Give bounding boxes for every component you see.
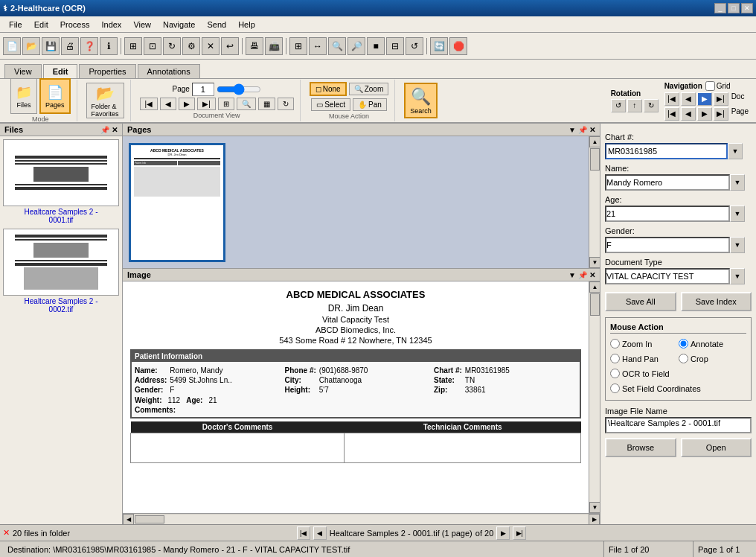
nav-last-doc[interactable]: ▶| <box>714 92 728 106</box>
zoom-out-tb-button[interactable]: 🔎 <box>347 37 365 55</box>
ocr-field-radio-label[interactable]: OCR to Field <box>610 369 746 378</box>
maximize-button[interactable]: □ <box>728 3 740 13</box>
nav-prev-doc[interactable]: ◀ <box>681 92 696 106</box>
tab-view[interactable]: View <box>4 64 42 78</box>
doctype-dropdown-arrow[interactable]: ▼ <box>730 268 745 284</box>
save-all-button[interactable]: Save All <box>605 292 676 311</box>
rotate-right-btn[interactable]: ↻ <box>644 99 659 112</box>
fit-page-button[interactable]: ⊞ <box>289 37 307 55</box>
pager-first[interactable]: |◀ <box>297 526 310 540</box>
zoom-100-button[interactable]: ■ <box>367 37 385 55</box>
menu-index[interactable]: Index <box>95 19 127 31</box>
image-scroll-down[interactable]: ▼ <box>589 502 600 513</box>
open-button[interactable]: 📂 <box>22 37 40 55</box>
first-page-button[interactable]: |◀ <box>140 98 158 110</box>
stop-button[interactable]: 🛑 <box>449 37 467 55</box>
nav-next-doc[interactable]: ▶ <box>697 92 712 106</box>
zoom-slider[interactable] <box>217 84 261 95</box>
list-item[interactable]: Healtcare Samples 2 -0001.tif <box>3 139 119 224</box>
image-pin-icon[interactable]: 📌 <box>578 271 587 279</box>
image-scroll-thumb[interactable] <box>590 293 600 316</box>
zoom-in-radio[interactable] <box>610 339 620 348</box>
open-file-button[interactable]: Open <box>681 438 752 457</box>
select-button[interactable]: ▭ Select <box>311 98 350 111</box>
zoom-fit-button[interactable]: 🔍 <box>237 98 256 110</box>
zoom-in-tb-button[interactable]: 🔍 <box>328 37 346 55</box>
menu-process[interactable]: Process <box>54 19 96 31</box>
annotate-radio[interactable] <box>679 339 688 348</box>
rotate-cw-button[interactable]: ↻ <box>163 37 181 55</box>
none-button[interactable]: ◻ None <box>310 82 347 96</box>
folder-favorites-button[interactable]: 📂Folder &Favorites <box>86 83 124 118</box>
age-field-input[interactable] <box>605 206 730 222</box>
refresh-button[interactable]: 🔄 <box>430 37 448 55</box>
ocr-field-radio[interactable] <box>610 369 620 378</box>
name-field-input[interactable] <box>605 174 730 191</box>
rotate-left-btn[interactable]: ↺ <box>611 99 626 112</box>
nav-first-page[interactable]: |◀ <box>664 107 679 121</box>
last-page-button[interactable]: ▶| <box>197 98 216 110</box>
hscroll-left[interactable]: ◀ <box>123 514 134 525</box>
select-all-button[interactable]: ⊞ <box>124 37 142 55</box>
nav-prev-page[interactable]: ◀ <box>681 107 696 121</box>
close-button[interactable]: ✕ <box>741 3 753 13</box>
menu-send[interactable]: Send <box>201 19 232 31</box>
rotate-view-button[interactable]: ↻ <box>278 98 294 110</box>
print-button[interactable]: 🖶 <box>246 37 263 55</box>
nav-last-page[interactable]: ▶| <box>714 107 728 121</box>
hand-pan-radio[interactable] <box>610 354 620 363</box>
crop-radio-label[interactable]: Crop <box>679 354 746 363</box>
help-tb-button[interactable]: ❓ <box>80 37 98 55</box>
image-dropdown-icon[interactable]: ▼ <box>568 271 576 279</box>
hscroll-thumb[interactable] <box>135 515 164 523</box>
save-button[interactable]: 💾 <box>42 37 60 55</box>
hscroll-right[interactable]: ▶ <box>589 514 600 525</box>
pager-last[interactable]: ▶| <box>513 526 526 540</box>
menu-navigate[interactable]: Navigate <box>157 19 201 31</box>
page-thumbnail[interactable]: ABCD MEDICAL ASSOCIATES DR. Jim Dean Pat… <box>129 143 225 262</box>
list-item[interactable]: Healtcare Samples 2 -0002.tif <box>3 229 119 313</box>
fax-button[interactable]: 📠 <box>265 37 283 55</box>
pages-close-icon[interactable]: ✕ <box>589 126 595 134</box>
rotate-left-button[interactable]: ↺ <box>406 37 423 55</box>
close-doc-button[interactable]: ✕ <box>202 37 220 55</box>
chart-field-input[interactable] <box>605 143 728 159</box>
browse-button[interactable]: Browse <box>605 438 676 457</box>
nav-first-doc[interactable]: |◀ <box>664 92 679 106</box>
rotate-up-btn[interactable]: ↑ <box>627 99 642 112</box>
set-field-radio-label[interactable]: Set Field Coordinates <box>610 383 746 393</box>
gender-field-input[interactable] <box>605 237 730 253</box>
crop-radio[interactable] <box>679 354 688 363</box>
tab-edit[interactable]: Edit <box>43 64 78 78</box>
menu-help[interactable]: Help <box>232 19 261 31</box>
name-dropdown-arrow[interactable]: ▼ <box>730 174 745 191</box>
pan-rib-button[interactable]: ✋ Pan <box>353 98 387 111</box>
scan-button[interactable]: 🖨 <box>61 37 79 55</box>
scroll-thumb[interactable] <box>590 148 600 171</box>
scroll-down-button[interactable]: ▼ <box>589 257 600 268</box>
zoom-button[interactable]: 🔍 Zoom <box>349 83 389 95</box>
new-button[interactable]: 📄 <box>3 37 21 55</box>
pager-prev[interactable]: ◀ <box>313 526 327 540</box>
pager-next[interactable]: ▶ <box>496 526 510 540</box>
prev-page-button[interactable]: ◀ <box>160 98 176 110</box>
save-index-button[interactable]: Save Index <box>681 292 752 311</box>
doctype-field-input[interactable] <box>605 268 730 284</box>
menu-file[interactable]: File <box>3 19 28 31</box>
menu-edit[interactable]: Edit <box>28 19 54 31</box>
search-button[interactable]: 🔍Search <box>404 83 438 118</box>
tab-annotations[interactable]: Annotations <box>138 64 200 78</box>
hand-pan-radio-label[interactable]: Hand Pan <box>610 354 678 363</box>
thumbnail-button[interactable]: ▦ <box>258 98 275 110</box>
undo-button[interactable]: ↩ <box>221 37 239 55</box>
tab-properties[interactable]: Properties <box>79 64 135 78</box>
files-pin-icon[interactable]: 📌 <box>100 126 109 134</box>
settings-button[interactable]: ⚙ <box>182 37 200 55</box>
files-close-icon[interactable]: ✕ <box>112 126 118 134</box>
files-button[interactable]: 📁Files <box>10 78 37 114</box>
nav-next-page[interactable]: ▶ <box>697 107 712 121</box>
image-scroll-up[interactable]: ▲ <box>589 281 600 293</box>
menu-view[interactable]: View <box>127 19 157 31</box>
age-dropdown-arrow[interactable]: ▼ <box>730 206 745 222</box>
grid-checkbox[interactable] <box>705 81 715 91</box>
